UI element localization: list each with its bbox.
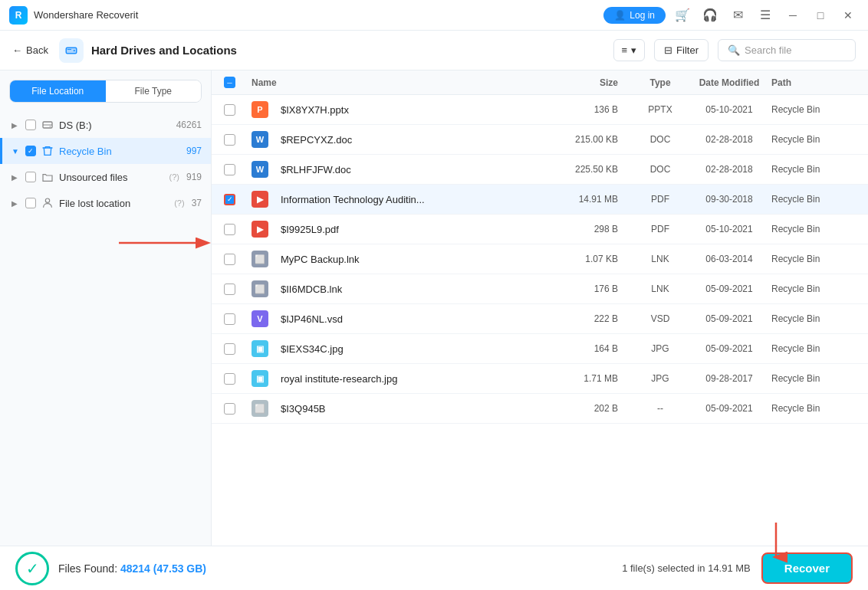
sidebar-checkbox-recycle[interactable]: ✓ <box>25 146 36 156</box>
sidebar-item-file-lost[interactable]: ▶ File lost location (?) 37 <box>0 190 211 216</box>
sidebar-label-file-lost: File lost location <box>59 198 167 209</box>
table-row[interactable]: ▣ royal institute-research.jpg 1.71 MB J… <box>212 364 868 394</box>
file-date-1: 02-28-2018 <box>687 134 771 145</box>
row-checkbox-1[interactable] <box>224 134 235 146</box>
table-row-selected[interactable]: ✓ ▶ Information Technology Auditin... 14… <box>212 185 868 215</box>
file-path-10: Recycle Bin <box>771 403 856 414</box>
row-checkbox-0[interactable] <box>224 104 235 116</box>
status-bar: ✓ Files Found: 48214 (47.53 GB) 1 file(s… <box>0 546 868 590</box>
maximize-button[interactable]: □ <box>810 5 831 26</box>
row-checkbox-9[interactable] <box>224 373 235 385</box>
sidebar-checkbox-file-lost[interactable] <box>25 198 36 208</box>
svg-point-7 <box>45 198 49 202</box>
sidebar-item-recycle-bin[interactable]: ▼ ✓ Recycle Bin 997 <box>0 138 211 164</box>
table-row[interactable]: W $REPCYXZ.doc 215.00 KB DOC 02-28-2018 … <box>212 125 868 155</box>
unsourced-help-icon: (?) <box>169 172 179 182</box>
file-name-2: $RLHFJFW.doc <box>281 164 351 175</box>
master-checkbox[interactable]: ─ <box>224 77 235 88</box>
lnk-icon-5: ⬜ <box>252 251 268 267</box>
sidebar-label-recycle: Recycle Bin <box>59 146 182 157</box>
file-path-8: Recycle Bin <box>771 343 856 354</box>
file-size-7: 222 B <box>564 313 633 324</box>
table-row[interactable]: W $RLHFJFW.doc 225.50 KB DOC 02-28-2018 … <box>212 155 868 185</box>
file-path-3: Recycle Bin <box>771 194 856 205</box>
file-lost-help-icon: (?) <box>174 198 184 208</box>
row-checkbox-3-highlighted[interactable]: ✓ <box>224 194 235 205</box>
file-path-0: Recycle Bin <box>771 104 856 115</box>
row-checkbox-10[interactable] <box>224 403 235 415</box>
file-date-10: 05-09-2021 <box>687 403 771 414</box>
row-checkbox-4[interactable] <box>224 224 235 235</box>
header-path-col: Path <box>771 77 856 88</box>
back-arrow-icon: ← <box>12 44 22 56</box>
file-size-0: 136 B <box>564 104 633 115</box>
table-row[interactable]: ▶ $I9925L9.pdf 298 B PDF 05-10-2021 Recy… <box>212 215 868 244</box>
recover-button[interactable]: Recover <box>761 552 853 584</box>
cart-icon[interactable]: 🛒 <box>672 5 693 26</box>
svg-point-2 <box>74 49 75 51</box>
header-type-col: Type <box>633 77 687 88</box>
file-size-8: 164 B <box>564 343 633 354</box>
nav-left: ← Back Hard Drives and Locations <box>12 38 237 63</box>
row-checkbox-7[interactable] <box>224 313 235 325</box>
file-path-9: Recycle Bin <box>771 373 856 384</box>
row-checkbox-8[interactable] <box>224 343 235 355</box>
file-type-9: JPG <box>633 373 687 384</box>
sidebar-item-unsourced[interactable]: ▶ Unsourced files (?) 919 <box>0 164 211 190</box>
file-size-6: 176 B <box>564 284 633 294</box>
file-path-5: Recycle Bin <box>771 254 856 264</box>
nav-right: ≡ ▾ ⊟ Filter 🔍 Search file <box>613 39 856 61</box>
hamburger-icon: ≡ <box>622 44 628 56</box>
filter-button[interactable]: ⊟ Filter <box>654 39 709 61</box>
svg-point-6 <box>50 126 51 126</box>
file-date-8: 05-09-2021 <box>687 343 771 354</box>
close-button[interactable]: ✕ <box>837 5 859 26</box>
mail-icon[interactable]: ✉ <box>727 5 748 26</box>
table-row[interactable]: P $IX8YX7H.pptx 136 B PPTX 05-10-2021 Re… <box>212 95 868 125</box>
search-box[interactable]: 🔍 Search file <box>718 39 856 61</box>
file-name-9: royal institute-research.jpg <box>281 373 397 385</box>
file-name-3: Information Technology Auditin... <box>281 194 425 205</box>
doc-icon-1: W <box>252 131 268 148</box>
file-type-7: VSD <box>633 313 687 324</box>
sidebar-item-ds[interactable]: ▶ DS (B:) 46261 <box>0 112 211 138</box>
sidebar: File Location File Type ▶ DS (B:) 46261 <box>0 70 212 546</box>
menu-icon[interactable]: ☰ <box>755 5 776 26</box>
file-name-8: $IEXS34C.jpg <box>281 343 344 355</box>
row-checkbox-2[interactable] <box>224 164 235 175</box>
table-row[interactable]: ⬜ $II6MDCB.lnk 176 B LNK 05-09-2021 Recy… <box>212 274 868 304</box>
header-check-col: ─ <box>224 77 252 88</box>
headset-icon[interactable]: 🎧 <box>699 5 721 26</box>
file-path-2: Recycle Bin <box>771 164 856 175</box>
pdf-icon-3: ▶ <box>252 191 268 208</box>
minimize-button[interactable]: ─ <box>782 5 804 26</box>
back-button[interactable]: ← Back <box>12 44 48 56</box>
tab-file-location[interactable]: File Location <box>10 80 106 102</box>
nav-title-area: Hard Drives and Locations <box>59 38 237 63</box>
row-checkbox-5[interactable] <box>224 254 235 265</box>
file-type-3: PDF <box>633 194 687 205</box>
jpg-icon-8: ▣ <box>252 340 268 357</box>
sidebar-checkbox-ds[interactable] <box>25 120 36 130</box>
sidebar-count-recycle: 997 <box>186 146 202 156</box>
view-menu-button[interactable]: ≡ ▾ <box>613 39 646 61</box>
sidebar-checkbox-unsourced[interactable] <box>25 172 36 182</box>
table-row[interactable]: V $IJP46NL.vsd 222 B VSD 05-09-2021 Recy… <box>212 304 868 334</box>
file-type-8: JPG <box>633 343 687 354</box>
search-placeholder: Search file <box>745 44 791 56</box>
table-row[interactable]: ▣ $IEXS34C.jpg 164 B JPG 05-09-2021 Recy… <box>212 334 868 364</box>
header-name-col: Name <box>252 77 564 88</box>
tab-file-type[interactable]: File Type <box>106 80 202 102</box>
sidebar-label-unsourced: Unsourced files <box>59 172 163 183</box>
person-icon <box>41 196 54 210</box>
row-checkbox-6[interactable] <box>224 284 235 295</box>
table-row[interactable]: ⬜ MyPC Backup.lnk 1.07 KB LNK 06-03-2014… <box>212 244 868 274</box>
file-date-4: 05-10-2021 <box>687 224 771 234</box>
lnk-icon-6: ⬜ <box>252 280 268 297</box>
title-bar-left: R Wondershare Recoverit <box>9 6 138 25</box>
selected-info: 1 file(s) selected in 14.91 MB <box>622 562 751 574</box>
login-button[interactable]: 👤 Log in <box>603 7 666 24</box>
file-size-1: 215.00 KB <box>564 134 633 145</box>
user-icon: 👤 <box>614 10 626 21</box>
table-row[interactable]: ⬜ $I3Q945B 202 B -- 05-09-2021 Recycle B… <box>212 394 868 424</box>
